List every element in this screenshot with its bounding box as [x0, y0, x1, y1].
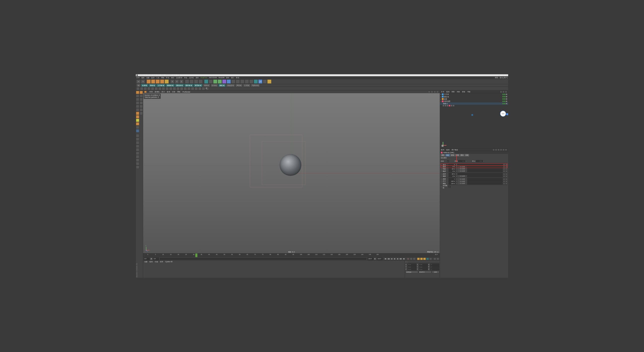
attr-stepper-3[interactable]: [456, 170, 457, 172]
pc-5[interactable]: [136, 148, 139, 151]
wt-6[interactable]: [155, 87, 158, 90]
end-frame-field[interactable]: 150 F: [368, 258, 373, 260]
om-file[interactable]: 文件: [441, 91, 444, 93]
attr-value-3[interactable]: 0 %: [449, 170, 456, 172]
close-button[interactable]: ✕: [506, 74, 507, 76]
coord-H-rot[interactable]: 0 °: [430, 264, 439, 266]
menu-insydium[interactable]: INSYDIUM: [209, 77, 217, 78]
attr-map-pick-8[interactable]: [503, 183, 505, 184]
cube-primitive[interactable]: [204, 79, 208, 83]
field-cone[interactable]: 圆锥体域: [166, 84, 175, 87]
om-object[interactable]: 对象: [457, 91, 460, 93]
wt-13[interactable]: [180, 87, 183, 90]
workplane-mode[interactable]: [136, 98, 139, 101]
mograph-obj[interactable]: [240, 79, 244, 83]
wt-17[interactable]: [195, 87, 198, 90]
view-nav-1[interactable]: [428, 91, 430, 93]
field-formula[interactable]: 公式域: [243, 84, 250, 87]
field-group[interactable]: 组: [136, 84, 141, 87]
range-start[interactable]: ⏴: [150, 258, 152, 260]
point-mode[interactable]: [136, 101, 139, 105]
vm-camera[interactable]: 摄像机: [155, 91, 159, 93]
map-dot[interactable]: [458, 181, 459, 182]
view-nav-3[interactable]: [433, 91, 436, 93]
undo-button[interactable]: ↶: [136, 79, 140, 83]
step-back[interactable]: ◀: [390, 258, 393, 260]
wt-4[interactable]: [147, 87, 151, 90]
field-shader[interactable]: 着色器域: [226, 84, 235, 87]
mode-12[interactable]: [136, 129, 139, 133]
recent-tool[interactable]: [165, 79, 169, 83]
om-layout-icon[interactable]: [505, 91, 507, 93]
p2-7[interactable]: [140, 112, 143, 115]
field-cube[interactable]: 点体域: [141, 84, 148, 87]
obj-row-0[interactable]: ▸ 立方体: [440, 93, 508, 95]
wt-11[interactable]: [173, 87, 176, 90]
menu-mograph[interactable]: 运动图形: [176, 76, 182, 79]
om-edit[interactable]: 编辑: [446, 91, 450, 93]
field-cyl[interactable]: 圆柱体域: [175, 84, 184, 87]
param-dot[interactable]: [441, 173, 442, 175]
p2-3[interactable]: [140, 98, 143, 101]
attr-map-clear-7[interactable]: [506, 181, 507, 182]
viewport[interactable]: Number of emitters: 0 Total live particl…: [143, 93, 440, 253]
view-nav-2[interactable]: [431, 91, 433, 93]
poly-mode[interactable]: [136, 108, 139, 112]
redo-button[interactable]: ↷: [141, 79, 145, 83]
attr-stepper-5[interactable]: [456, 175, 457, 177]
param-dot[interactable]: [441, 186, 442, 188]
menu-mesh[interactable]: 网格: [161, 76, 165, 79]
wt-16[interactable]: [191, 87, 194, 90]
keymode[interactable]: [413, 258, 415, 260]
camera-obj[interactable]: [231, 79, 235, 83]
wt-5[interactable]: [151, 87, 154, 90]
am-lock-icon[interactable]: [500, 149, 502, 151]
attr-map-4[interactable]: [458, 173, 503, 175]
p2-5[interactable]: [140, 105, 143, 108]
am-up-icon[interactable]: [498, 149, 500, 151]
menu-edit[interactable]: 编辑: [141, 76, 145, 79]
pc-2[interactable]: [136, 138, 139, 141]
object-manager[interactable]: n.e.s ▸ 立方体 ▸ 随机域 ▸ 碰撞 ▾ 布料曲面 骷髅头: [440, 93, 508, 148]
light-obj[interactable]: [236, 79, 240, 83]
am-edit[interactable]: 编辑: [446, 149, 450, 151]
attr-map-pick-7[interactable]: [503, 181, 505, 182]
menu-plugins[interactable]: 插件: [196, 76, 199, 79]
tab-expert[interactable]: 高级: [465, 154, 469, 156]
param-dot[interactable]: [441, 179, 442, 180]
obj-row-2[interactable]: ▸ 碰撞: [440, 98, 508, 100]
attr-map-pick-1[interactable]: [503, 166, 505, 168]
layout-dropdown[interactable]: 震动 (用户): [500, 76, 507, 79]
axis-x-toggle[interactable]: X: [170, 79, 174, 83]
tag-obj[interactable]: [263, 79, 267, 83]
mm-tab-edit[interactable]: 编辑: [149, 261, 153, 263]
move-tool[interactable]: [151, 79, 155, 83]
menu-help[interactable]: 帮助: [236, 76, 239, 79]
menu-redshift[interactable]: Redshift: [219, 77, 224, 78]
param-dot[interactable]: [441, 170, 442, 172]
coord-Y-size[interactable]: 0 cm: [419, 266, 428, 268]
menu-volume[interactable]: 体积: [171, 76, 174, 79]
attr-stepper-2[interactable]: [456, 168, 457, 170]
attr-map-8[interactable]: [467, 183, 503, 185]
view-nav-4[interactable]: [436, 91, 438, 93]
obj-row-3[interactable]: ▾ 布料曲面: [440, 100, 508, 102]
tab-cache[interactable]: 缓存: [460, 154, 464, 156]
pc-4[interactable]: [136, 145, 139, 148]
minimize-button[interactable]: —: [498, 74, 500, 76]
tl-fcurve[interactable]: [437, 258, 439, 260]
pc-7[interactable]: [136, 155, 139, 158]
axis-mode[interactable]: [136, 112, 139, 115]
move-arrow-icon[interactable]: [140, 91, 143, 94]
select-tool[interactable]: [147, 79, 151, 83]
coord-X-size[interactable]: 0 cm: [419, 264, 428, 266]
attr-map-clear-5[interactable]: [506, 175, 507, 177]
field-box[interactable]: 立方体域: [156, 84, 166, 87]
attr-map-clear-0[interactable]: [506, 164, 507, 165]
map-dot[interactable]: [458, 170, 459, 172]
model-mode[interactable]: [136, 91, 139, 94]
render-pv[interactable]: [194, 79, 198, 83]
field-python[interactable]: Python域: [251, 84, 260, 87]
array-generator[interactable]: [218, 79, 222, 83]
menu-character[interactable]: 角色: [184, 76, 187, 79]
